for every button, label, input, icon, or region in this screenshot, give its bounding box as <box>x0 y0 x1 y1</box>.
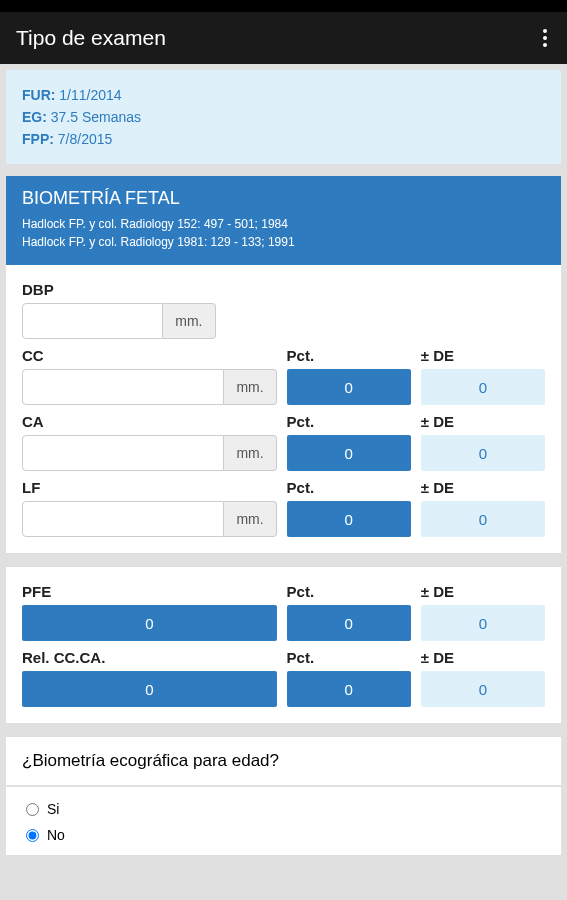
de-label: ± DE <box>421 583 545 600</box>
rel-pct: 0 <box>287 671 411 707</box>
de-label: ± DE <box>421 413 545 430</box>
radio-option-si[interactable]: Si <box>26 801 541 817</box>
ca-de: 0 <box>421 435 545 471</box>
pfe-pct: 0 <box>287 605 411 641</box>
cc-de: 0 <box>421 369 545 405</box>
radio-no-input[interactable] <box>26 829 39 842</box>
radio-option-no[interactable]: No <box>26 827 541 843</box>
section-ref1: Hadlock FP. y col. Radiology 152: 497 - … <box>22 215 545 233</box>
ca-pct: 0 <box>287 435 411 471</box>
ca-input[interactable] <box>22 435 224 471</box>
pct-label: Pct. <box>287 649 411 666</box>
fur-value: 1/11/2014 <box>59 87 121 103</box>
dbp-label: DBP <box>22 281 277 298</box>
rel-label: Rel. CC.CA. <box>22 649 277 666</box>
lf-pct: 0 <box>287 501 411 537</box>
de-label: ± DE <box>421 479 545 496</box>
rel-value: 0 <box>22 671 277 707</box>
cc-input[interactable] <box>22 369 224 405</box>
section-header: BIOMETRÍA FETAL Hadlock FP. y col. Radio… <box>6 176 561 265</box>
radio-panel: Si No <box>6 787 561 855</box>
lf-de: 0 <box>421 501 545 537</box>
pct-label: Pct. <box>287 479 411 496</box>
radio-no-label: No <box>47 827 65 843</box>
pct-label: Pct. <box>287 347 411 364</box>
de-label: ± DE <box>421 649 545 666</box>
ca-label: CA <box>22 413 277 430</box>
section-ref2: Hadlock FP. y col. Radiology 1981: 129 -… <box>22 233 545 251</box>
pct-label: Pct. <box>287 413 411 430</box>
biometry-panel: DBP mm. CC mm. Pct. 0 ± <box>6 265 561 553</box>
pfe-label: PFE <box>22 583 277 600</box>
unit-mm: mm. <box>224 369 276 405</box>
radio-si-label: Si <box>47 801 59 817</box>
pct-label: Pct. <box>287 583 411 600</box>
fpp-label: FPP: <box>22 131 54 147</box>
info-card: FUR: 1/11/2014 EG: 37.5 Semanas FPP: 7/8… <box>6 70 561 164</box>
eg-label: EG: <box>22 109 47 125</box>
status-bar <box>0 0 567 12</box>
app-bar: Tipo de examen <box>0 12 567 64</box>
lf-label: LF <box>22 479 277 496</box>
lf-input[interactable] <box>22 501 224 537</box>
unit-mm: mm. <box>224 501 276 537</box>
cc-label: CC <box>22 347 277 364</box>
dbp-input[interactable] <box>22 303 163 339</box>
derived-panel: PFE 0 Pct. 0 ± DE 0 Rel. CC.CA. 0 Pct. 0 <box>6 567 561 723</box>
pfe-de: 0 <box>421 605 545 641</box>
fur-label: FUR: <box>22 87 55 103</box>
section-title: BIOMETRÍA FETAL <box>22 188 545 209</box>
unit-mm: mm. <box>224 435 276 471</box>
app-title: Tipo de examen <box>16 26 166 50</box>
question-text: ¿Biometría ecográfica para edad? <box>6 737 561 785</box>
rel-de: 0 <box>421 671 545 707</box>
radio-si-input[interactable] <box>26 803 39 816</box>
overflow-menu-icon[interactable] <box>539 21 551 55</box>
unit-mm: mm. <box>163 303 215 339</box>
pfe-value: 0 <box>22 605 277 641</box>
eg-value: 37.5 Semanas <box>51 109 141 125</box>
cc-pct: 0 <box>287 369 411 405</box>
de-label: ± DE <box>421 347 545 364</box>
fpp-value: 7/8/2015 <box>58 131 113 147</box>
